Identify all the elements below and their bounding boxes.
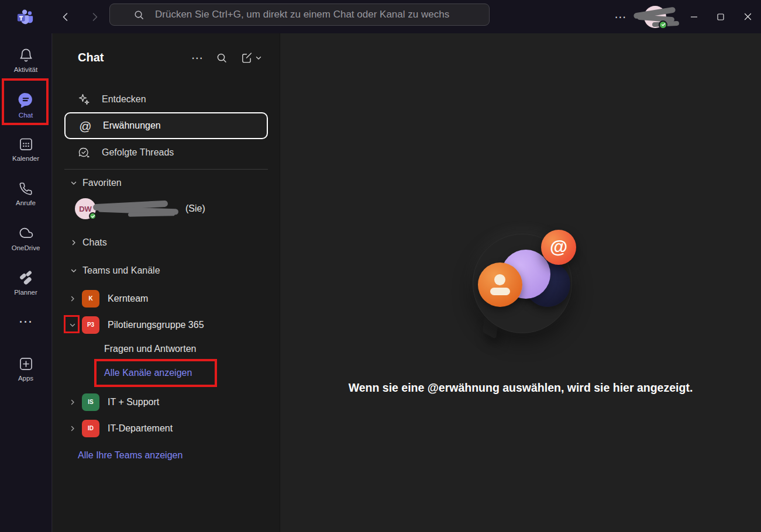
link-label: Alle Kanäle anzeigen xyxy=(104,368,192,378)
shortcut-erwaehnungen[interactable]: @ Erwähnungen xyxy=(64,112,268,139)
maximize-button[interactable] xyxy=(707,0,734,33)
section-chats[interactable]: Chats xyxy=(64,233,268,253)
planner-icon xyxy=(18,270,34,286)
thread-check-icon xyxy=(77,146,91,160)
compose-icon xyxy=(240,51,253,64)
search-chat-icon[interactable] xyxy=(216,52,228,64)
chevron-right-icon[interactable] xyxy=(69,399,76,406)
section-label: Favoriten xyxy=(82,178,122,188)
at-mention-badge-icon: @ xyxy=(541,230,576,265)
section-teams-und-kanaele[interactable]: Teams und Kanäle xyxy=(64,261,268,281)
shortcut-entdecken[interactable]: Entdecken xyxy=(64,86,268,112)
app-rail: Aktivität Chat Kalender Anrufe OneDrive xyxy=(0,33,52,532)
team-it-departement[interactable]: ID IT-Departement xyxy=(64,415,268,441)
calendar-icon xyxy=(18,136,34,152)
teams-logo-icon xyxy=(16,8,34,26)
empty-state-illustration: @ xyxy=(459,223,582,346)
chat-panel-header: Chat ⋯ xyxy=(53,33,280,82)
team-it-support[interactable]: IS IT + Support xyxy=(64,389,268,415)
rail-item-onedrive[interactable]: OneDrive xyxy=(0,216,51,260)
chevron-right-icon[interactable] xyxy=(69,295,76,302)
apps-plus-icon xyxy=(18,356,34,372)
team-avatar: K xyxy=(82,290,99,308)
empty-state-text: Wenn sie eine @erwähnung auswählen, wird… xyxy=(280,381,761,395)
rail-item-more-apps[interactable]: ⋯ xyxy=(0,305,51,338)
global-search-input[interactable] xyxy=(155,9,481,20)
chevron-right-icon[interactable] xyxy=(69,425,76,432)
forward-button[interactable] xyxy=(87,9,103,25)
rail-item-aktivitaet[interactable]: Aktivität xyxy=(0,38,51,82)
phone-icon xyxy=(18,181,33,196)
person-circle xyxy=(478,262,522,307)
team-name: IT-Departement xyxy=(108,423,173,434)
rail-item-apps[interactable]: Apps xyxy=(0,347,51,391)
team-avatar: P3 xyxy=(82,316,99,334)
chat-list-panel: Chat ⋯ Entdecken xyxy=(53,33,280,532)
filter-more-icon[interactable]: ⋯ xyxy=(191,51,203,65)
chevron-down-icon xyxy=(70,179,77,186)
divider xyxy=(64,169,268,170)
rail-label: Anrufe xyxy=(16,199,36,206)
search-icon xyxy=(133,9,144,20)
shortcut-label: Gefolgte Threads xyxy=(102,147,174,158)
channel-name: Fragen und Antworten xyxy=(104,344,196,354)
section-label: Teams und Kanäle xyxy=(82,265,160,276)
rail-label: Apps xyxy=(18,375,33,382)
bell-icon xyxy=(18,47,34,63)
rail-label: Aktivität xyxy=(14,66,37,73)
more-horizontal-icon: ⋯ xyxy=(19,319,33,324)
shortcut-label: Erwähnungen xyxy=(103,120,161,131)
team-pilotierungsgruppe-365[interactable]: P3 Pilotierungsgruppe 365 xyxy=(64,312,268,338)
chevron-right-icon xyxy=(70,239,77,246)
title-bar: ⋯ xyxy=(0,0,761,33)
team-name: Pilotierungsgruppe 365 xyxy=(108,320,204,330)
team-avatar: IS xyxy=(82,393,99,411)
chevron-down-icon xyxy=(70,267,77,274)
rail-label: Chat xyxy=(19,112,33,119)
section-label: Chats xyxy=(82,237,107,248)
chevron-down-icon xyxy=(255,54,262,61)
close-button[interactable] xyxy=(734,0,761,33)
presence-available-icon xyxy=(659,20,667,29)
link-label: Alle Ihre Teams anzeigen xyxy=(78,450,182,461)
profile-avatar[interactable] xyxy=(644,6,666,28)
rail-item-chat[interactable]: Chat xyxy=(0,82,51,127)
team-avatar: ID xyxy=(82,420,99,437)
team-name: Kernteam xyxy=(108,293,148,304)
titlebar-more-options-icon[interactable]: ⋯ xyxy=(608,5,633,29)
minimize-button[interactable] xyxy=(680,0,707,33)
rail-label: Planner xyxy=(14,289,37,296)
person-icon xyxy=(490,274,510,295)
panel-title: Chat xyxy=(78,51,191,64)
show-all-channels-link[interactable]: Alle Kanäle anzeigen xyxy=(64,360,268,386)
new-chat-button[interactable] xyxy=(240,51,262,64)
cloud-icon xyxy=(18,225,34,241)
rail-item-anrufe[interactable]: Anrufe xyxy=(0,171,51,216)
shortcut-gefolgte-threads[interactable]: Gefolgte Threads xyxy=(64,139,268,165)
sparkle-icon xyxy=(77,92,91,106)
team-name: IT + Support xyxy=(108,397,159,407)
show-all-teams-link[interactable]: Alle Ihre Teams anzeigen xyxy=(64,445,268,466)
main-content: @ Wenn sie eine @erwähnung auswählen, wi… xyxy=(280,33,761,532)
global-search-box[interactable] xyxy=(109,4,490,26)
favorite-name-suffix: (Sie) xyxy=(185,203,205,214)
shortcut-label: Entdecken xyxy=(102,94,146,105)
at-mention-icon: @ xyxy=(78,119,92,133)
rail-label: Kalender xyxy=(12,155,39,162)
rail-label: OneDrive xyxy=(12,244,40,251)
favorite-chat-item[interactable]: DW (Sie) xyxy=(64,193,268,224)
chevron-down-icon[interactable] xyxy=(69,322,76,329)
rail-item-kalender[interactable]: Kalender xyxy=(0,127,51,171)
back-button[interactable] xyxy=(57,9,74,25)
channel-fragen-und-antworten[interactable]: Fragen und Antworten xyxy=(64,338,268,360)
rail-item-planner[interactable]: Planner xyxy=(0,260,51,305)
redacted-name xyxy=(93,200,182,217)
team-kernteam[interactable]: K Kernteam xyxy=(64,285,268,312)
section-favoriten[interactable]: Favoriten xyxy=(64,173,268,193)
chat-icon xyxy=(17,91,35,109)
